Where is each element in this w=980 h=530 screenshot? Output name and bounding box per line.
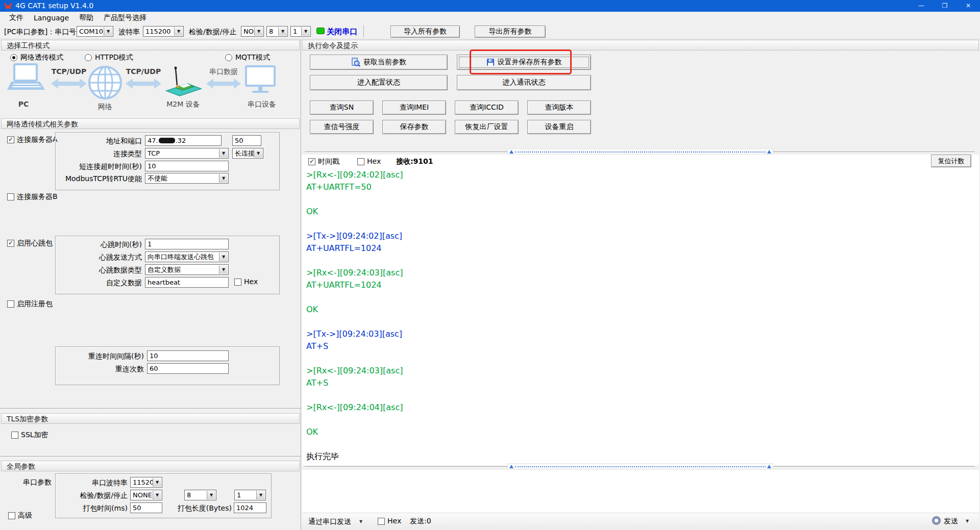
serial-monitor-icon: [246, 66, 275, 93]
import-params-button[interactable]: 导入所有参数: [390, 26, 460, 38]
log-line: [306, 193, 970, 206]
reconnect-interval-input[interactable]: 10: [147, 350, 229, 361]
chevron-down-icon[interactable]: ▼: [359, 519, 362, 524]
send-sound-icon: [933, 517, 940, 524]
scroll-left-icon[interactable]: [509, 150, 513, 154]
menu-item[interactable]: 文件: [4, 13, 29, 22]
enter-config-button[interactable]: 进入配置状态: [310, 75, 448, 90]
log-output[interactable]: >[Rx<-][09:24:02][asc]AT+UARTFT=50OK>[Tx…: [306, 169, 970, 464]
parity-label: 检验/数据/停止: [189, 28, 236, 37]
timestamp-checkbox[interactable]: [308, 158, 315, 165]
g-baud-select[interactable]: 115200▼: [130, 477, 162, 488]
databits-select[interactable]: 8▼: [266, 26, 288, 37]
g-parity-label: 检验/数据/停止: [59, 491, 128, 500]
command-button[interactable]: 查询SN: [310, 100, 374, 115]
radio-net-passthrough-mode[interactable]: [10, 54, 17, 61]
command-button[interactable]: 设备重启: [527, 120, 591, 134]
scroll-right-icon[interactable]: [767, 150, 771, 154]
modbus-select[interactable]: 不使能▼: [145, 173, 229, 184]
baud-select[interactable]: 115200▼: [143, 26, 184, 37]
keepalive-select[interactable]: 长连接▼: [232, 148, 263, 159]
send-text-area[interactable]: [302, 470, 979, 513]
node-label-m2m: M2M 设备: [166, 100, 200, 109]
menu-item[interactable]: Language: [29, 14, 74, 22]
hb-type-select[interactable]: 自定义数据▼: [145, 264, 229, 275]
addr-port-label: 地址和端口: [56, 137, 142, 146]
log-top-hscrollbar[interactable]: [507, 148, 773, 155]
hb-mode-select[interactable]: 向串口终端发送心跳包▼: [145, 251, 229, 262]
pack-time-label: 打包时间(ms): [59, 504, 128, 513]
pack-time-input[interactable]: 50: [130, 502, 162, 513]
log-line: [306, 414, 970, 426]
send-hex-checkbox[interactable]: [378, 518, 385, 525]
menu-item[interactable]: 产品型号选择: [99, 13, 152, 22]
parity-select[interactable]: NONE▼: [241, 26, 264, 37]
hb-time-input[interactable]: 1: [145, 239, 229, 249]
hb-hex-checkbox[interactable]: [234, 279, 241, 286]
scroll-track[interactable]: [515, 466, 766, 467]
server-b-checkbox[interactable]: [7, 193, 14, 200]
command-button[interactable]: 恢复出厂设置: [455, 120, 519, 134]
command-button[interactable]: 查询版本: [527, 100, 591, 115]
conn-type-select[interactable]: TCP▼: [145, 148, 229, 159]
server-a-label: 连接服务器A: [17, 135, 58, 144]
hb-data-input[interactable]: heartbeat: [145, 277, 229, 288]
register-checkbox[interactable]: [7, 300, 14, 308]
send-via-serial-dropdown[interactable]: 通过串口发送: [308, 517, 351, 526]
maximize-button[interactable]: ❐: [933, 0, 957, 12]
stopbits-select[interactable]: 1▼: [290, 26, 311, 37]
redaction-mark: [159, 138, 175, 143]
toolbar-separator: [363, 25, 364, 38]
arrow-left-right-icon: [206, 79, 241, 89]
reconnect-count-input[interactable]: 60: [147, 363, 229, 374]
radio-mqtt-mode[interactable]: [225, 54, 232, 61]
pack-len-input[interactable]: 1024: [234, 502, 266, 513]
radio-httpd-mode[interactable]: [85, 54, 92, 61]
log-hex-checkbox[interactable]: [357, 158, 364, 165]
minimize-button[interactable]: —: [910, 0, 933, 12]
ssl-label: SSL加密: [21, 431, 48, 440]
chevron-down-icon[interactable]: ▼: [966, 519, 969, 523]
g-databits-select[interactable]: 8▼: [184, 490, 216, 500]
link-label-tcpudp-1: TCP/UDP: [52, 67, 86, 75]
close-port-button[interactable]: 关闭串口: [327, 27, 357, 37]
export-params-button[interactable]: 导出所有参数: [475, 26, 546, 38]
recv-counter: 接收:9101: [396, 157, 433, 166]
heartbeat-checkbox[interactable]: [7, 240, 14, 247]
command-button[interactable]: 查询IMEI: [382, 100, 446, 115]
scroll-track[interactable]: [515, 152, 766, 153]
com-port-select[interactable]: COM10▼: [77, 26, 113, 37]
set-save-params-button[interactable]: 设置并保存所有参数: [457, 55, 591, 70]
chevron-down-icon: ▼: [278, 27, 287, 36]
exec-section-header: 执行命令及提示: [302, 40, 979, 51]
window-title: 4G CAT1 setup V1.4.0: [15, 2, 93, 10]
enter-comm-button[interactable]: 进入通讯状态: [457, 75, 591, 90]
send-button[interactable]: 发送: [944, 517, 958, 526]
command-button[interactable]: 保存参数: [382, 120, 446, 134]
log-line: [306, 255, 970, 267]
log-line: AT+S: [306, 377, 970, 389]
panel-divider: [301, 39, 302, 530]
short-timeout-input[interactable]: 10: [145, 161, 229, 171]
hb-data-label: 自定义数据: [56, 279, 142, 288]
server-a-checkbox[interactable]: [7, 136, 14, 143]
scroll-left-icon[interactable]: [509, 465, 513, 468]
close-button[interactable]: ✕: [957, 0, 980, 12]
reset-counter-button[interactable]: 复位计数: [931, 155, 971, 167]
log-line: [306, 218, 970, 230]
chevron-down-icon: ▼: [254, 149, 262, 158]
g-stopbits-select[interactable]: 1▼: [234, 490, 266, 500]
command-button[interactable]: 查询ICCID: [455, 100, 519, 115]
advanced-checkbox[interactable]: [8, 512, 15, 519]
command-button[interactable]: 查信号强度: [310, 120, 374, 134]
g-parity-select[interactable]: NONE▼: [130, 490, 162, 500]
server-a-address-input[interactable]: 47..32: [145, 135, 222, 146]
get-params-button[interactable]: 获取当前参数: [310, 55, 448, 70]
chevron-down-icon: ▼: [219, 253, 228, 261]
server-a-port-input[interactable]: 50: [232, 135, 261, 146]
menu-item[interactable]: 帮助: [74, 13, 99, 22]
ssl-checkbox[interactable]: [11, 432, 18, 439]
log-bottom-hscrollbar[interactable]: [507, 463, 773, 469]
title-bar: 4G CAT1 setup V1.4.0 — ❐ ✕: [0, 0, 980, 12]
scroll-right-icon[interactable]: [767, 465, 771, 468]
